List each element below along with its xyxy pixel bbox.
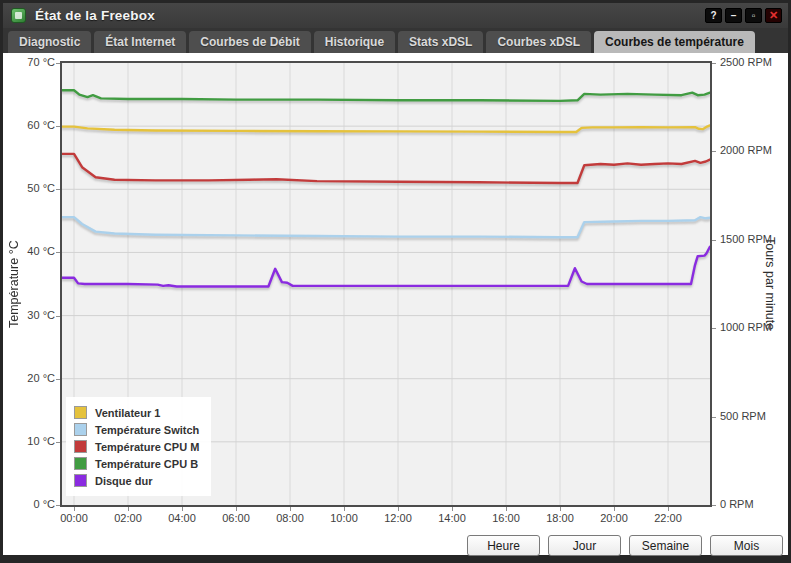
y-left-tick [56, 442, 60, 443]
y-left-tick [56, 316, 60, 317]
tab-diagnostic[interactable]: Diagnostic [8, 31, 91, 53]
x-label-20-00: 20:00 [592, 512, 636, 524]
semaine-button[interactable]: Semaine [629, 535, 702, 556]
series-temperature-switch [62, 217, 710, 237]
y-left-label-20: 20 °C [3, 372, 55, 385]
y-left-label-70: 70 °C [3, 56, 55, 69]
y-left-tick [56, 126, 60, 127]
x-label-04-00: 04:00 [160, 512, 204, 524]
x-tick [182, 507, 183, 511]
legend-label-temperature-cpu-b: Température CPU B [95, 458, 198, 470]
close-icon: ✕ [769, 10, 778, 21]
legend-item-disque-dur: Disque dur [74, 472, 199, 489]
freebox-status-window: État de la Freebox ?–▫✕ DiagnosticÉtat I… [0, 0, 791, 563]
x-tick [614, 507, 615, 511]
y-left-tick [56, 189, 60, 190]
legend-label-temperature-switch: Température Switch [95, 424, 199, 436]
legend-item-temperature-cpu-b: Température CPU B [74, 455, 199, 472]
legend-label-disque-dur: Disque dur [95, 475, 152, 487]
tab-courbes-de-debit[interactable]: Courbes de Débit [189, 31, 310, 53]
y-left-label-50: 50 °C [3, 182, 55, 195]
app-icon [11, 8, 26, 23]
x-tick [398, 507, 399, 511]
x-label-06-00: 06:00 [214, 512, 258, 524]
x-label-22-00: 22:00 [646, 512, 690, 524]
window-title: État de la Freebox [35, 8, 155, 23]
y-right-tick [712, 417, 716, 418]
x-label-00-00: 00:00 [52, 512, 96, 524]
close-button[interactable]: ✕ [765, 8, 782, 23]
chart-legend: Ventilateur 1Température SwitchTempératu… [66, 397, 211, 496]
legend-swatch-ventilateur-1 [74, 406, 87, 419]
minimize-button[interactable]: – [725, 8, 742, 23]
x-label-02-00: 02:00 [106, 512, 150, 524]
minimize-icon: – [731, 11, 737, 21]
legend-swatch-temperature-cpu-m [74, 440, 87, 453]
y-right-tick [712, 328, 716, 329]
temperature-chart: Température °C Tours par minute Ventilat… [3, 53, 788, 529]
maximize-button[interactable]: ▫ [745, 8, 762, 23]
series-temperature-cpu-m [62, 154, 710, 183]
y-left-tick [56, 252, 60, 253]
y-left-tick [56, 63, 60, 64]
x-tick [506, 507, 507, 511]
tab-stats-xdsl[interactable]: Stats xDSL [398, 31, 483, 53]
legend-item-temperature-switch: Température Switch [74, 421, 199, 438]
y-right-label-1000: 1000 RPM [720, 321, 790, 334]
y-left-label-40: 40 °C [3, 245, 55, 258]
plot-area: Ventilateur 1Température SwitchTempératu… [60, 61, 712, 507]
tab-courbes-de-temperature[interactable]: Courbes de température [594, 31, 755, 53]
jour-button[interactable]: Jour [548, 535, 621, 556]
window-controls: ?–▫✕ [705, 8, 782, 23]
title-bar[interactable]: État de la Freebox ?–▫✕ [3, 3, 788, 28]
y-left-label-10: 10 °C [3, 435, 55, 448]
y-right-label-0: 0 RPM [720, 498, 790, 511]
y-right-tick [712, 505, 716, 506]
mois-button[interactable]: Mois [710, 535, 783, 556]
content-area: Température °C Tours par minute Ventilat… [3, 53, 788, 555]
y-left-label-30: 30 °C [3, 309, 55, 322]
heure-button[interactable]: Heure [467, 535, 540, 556]
y-right-tick [712, 151, 716, 152]
y-right-label-2500: 2500 RPM [720, 56, 790, 69]
x-tick [236, 507, 237, 511]
y-left-tick [56, 505, 60, 506]
y-right-label-2000: 2000 RPM [720, 144, 790, 157]
tab-historique[interactable]: Historique [314, 31, 395, 53]
help-icon: ? [710, 11, 716, 21]
y-left-label-0: 0 °C [3, 498, 55, 511]
tab-bar: DiagnosticÉtat InternetCourbes de DébitH… [3, 28, 788, 53]
legend-swatch-temperature-cpu-b [74, 457, 87, 470]
x-tick [74, 507, 75, 511]
maximize-icon: ▫ [752, 11, 756, 21]
x-label-16-00: 16:00 [484, 512, 528, 524]
y-right-tick [712, 63, 716, 64]
x-label-10-00: 10:00 [322, 512, 366, 524]
y-left-label-60: 60 °C [3, 119, 55, 132]
x-tick [128, 507, 129, 511]
x-tick [452, 507, 453, 511]
y-left-tick [56, 379, 60, 380]
x-tick [290, 507, 291, 511]
time-range-buttons: HeureJourSemaineMois [467, 535, 783, 556]
legend-swatch-disque-dur [74, 474, 87, 487]
x-label-18-00: 18:00 [538, 512, 582, 524]
x-tick [668, 507, 669, 511]
tab-etat-internet[interactable]: État Internet [94, 31, 186, 53]
tab-courbes-xdsl[interactable]: Courbes xDSL [486, 31, 591, 53]
x-tick [560, 507, 561, 511]
x-tick [344, 507, 345, 511]
y-axis-title-right: Tours par minute [763, 61, 777, 507]
x-label-08-00: 08:00 [268, 512, 312, 524]
legend-label-temperature-cpu-m: Température CPU M [95, 441, 199, 453]
legend-item-temperature-cpu-m: Température CPU M [74, 438, 199, 455]
x-label-12-00: 12:00 [376, 512, 420, 524]
help-button[interactable]: ? [705, 8, 722, 23]
y-right-label-500: 500 RPM [720, 410, 790, 423]
x-label-14-00: 14:00 [430, 512, 474, 524]
series-temperature-cpu-b [62, 90, 710, 101]
legend-label-ventilateur-1: Ventilateur 1 [95, 407, 160, 419]
legend-swatch-temperature-switch [74, 423, 87, 436]
y-right-tick [712, 240, 716, 241]
legend-item-ventilateur-1: Ventilateur 1 [74, 404, 199, 421]
